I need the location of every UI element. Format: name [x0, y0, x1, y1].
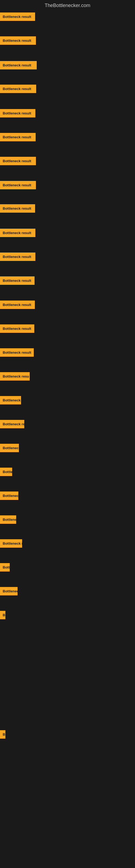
- bottleneck-label-12: Bottleneck result: [0, 301, 35, 309]
- bottleneck-label-8: Bottleneck result: [0, 204, 35, 213]
- bottleneck-label-9: Bottleneck result: [0, 229, 35, 237]
- bottleneck-label-5: Bottleneck result: [0, 133, 36, 141]
- bottleneck-label-24: Bottlenee: [0, 587, 17, 595]
- site-title: TheBottlenecker.com: [0, 0, 135, 12]
- bottleneck-bar-5: Bottleneck result: [0, 133, 36, 141]
- bottleneck-bar-20: Bottlenec: [0, 492, 18, 500]
- bottleneck-bar-15: Bottleneck resu: [0, 372, 30, 380]
- bottleneck-bar-10: Bottleneck result: [0, 252, 35, 261]
- bottleneck-bar-23: Bott: [0, 563, 10, 571]
- bottleneck-label-13: Bottleneck result: [0, 324, 34, 333]
- bottleneck-label-0: Bottleneck result: [0, 12, 35, 21]
- bottleneck-label-21: Bottlene: [0, 516, 16, 524]
- bottleneck-bar-3: Bottleneck result: [0, 85, 36, 93]
- bottleneck-bar-14: Bottleneck result: [0, 348, 34, 357]
- bottleneck-bar-21: Bottlene: [0, 516, 16, 524]
- bottleneck-bar-19: Bottle: [0, 468, 12, 476]
- bottleneck-label-7: Bottleneck result: [0, 181, 36, 189]
- bottleneck-bar-13: Bottleneck result: [0, 324, 34, 333]
- bottleneck-bar-11: Bottleneck result: [0, 276, 35, 285]
- bottleneck-bar-6: Bottleneck result: [0, 157, 36, 165]
- bottleneck-bar-7: Bottleneck result: [0, 181, 36, 189]
- bottleneck-bar-25: B: [0, 611, 5, 619]
- bottleneck-label-1: Bottleneck result: [0, 36, 36, 45]
- bottleneck-bar-16: Bottleneck: [0, 396, 21, 404]
- bottleneck-label-10: Bottleneck result: [0, 252, 35, 261]
- bottleneck-label-17: Bottleneck re: [0, 420, 24, 428]
- bottleneck-label-14: Bottleneck result: [0, 348, 34, 357]
- bottleneck-bar-9: Bottleneck result: [0, 229, 35, 237]
- bottleneck-bar-4: Bottleneck result: [0, 109, 35, 118]
- bottleneck-label-3: Bottleneck result: [0, 85, 36, 93]
- bottleneck-bar-1: Bottleneck result: [0, 36, 36, 45]
- bottleneck-label-18: Bottlenec: [0, 444, 19, 452]
- bottleneck-label-11: Bottleneck result: [0, 276, 35, 285]
- bars-container: Bottleneck resultBottleneck resultBottle…: [0, 12, 135, 867]
- bottleneck-label-15: Bottleneck resu: [0, 372, 30, 380]
- bottleneck-bar-0: Bottleneck result: [0, 12, 35, 21]
- bottleneck-bar-30: B: [0, 730, 5, 739]
- bottleneck-label-6: Bottleneck result: [0, 157, 36, 165]
- bottleneck-label-16: Bottleneck: [0, 396, 21, 404]
- bottleneck-bar-18: Bottlenec: [0, 444, 19, 452]
- bottleneck-bar-12: Bottleneck result: [0, 301, 35, 309]
- bottleneck-label-20: Bottlenec: [0, 492, 18, 500]
- bottleneck-label-23: Bott: [0, 563, 10, 571]
- bottleneck-bar-17: Bottleneck re: [0, 420, 24, 428]
- bottleneck-label-4: Bottleneck result: [0, 109, 35, 118]
- bottleneck-label-30: B: [0, 730, 5, 739]
- bottleneck-label-2: Bottleneck result: [0, 61, 37, 69]
- bottleneck-bar-2: Bottleneck result: [0, 61, 37, 69]
- bottleneck-bar-22: Bottleneck r: [0, 539, 22, 548]
- bottleneck-label-19: Bottle: [0, 468, 12, 476]
- bottleneck-label-25: B: [0, 611, 5, 619]
- bottleneck-bar-24: Bottlenee: [0, 587, 17, 595]
- bottleneck-bar-8: Bottleneck result: [0, 204, 35, 213]
- bottleneck-label-22: Bottleneck r: [0, 539, 22, 548]
